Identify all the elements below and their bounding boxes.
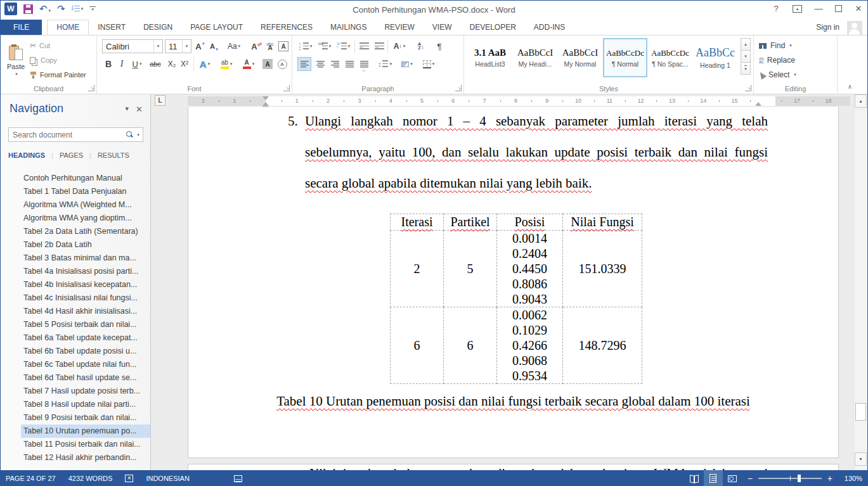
print-layout-button[interactable]	[704, 470, 723, 486]
bold-button[interactable]: B	[102, 57, 115, 71]
zoom-slider[interactable]	[758, 478, 822, 479]
align-right-button[interactable]	[328, 57, 342, 71]
select-button[interactable]: Select▾	[759, 68, 796, 81]
replace-button[interactable]: abacReplace	[759, 54, 795, 67]
align-center-button[interactable]	[313, 57, 327, 71]
nav-heading-item[interactable]: Tabel 8 Hasil update nilai parti...	[1, 398, 150, 411]
underline-button[interactable]: U▾	[129, 57, 145, 71]
line-spacing-button[interactable]: ↕▾	[375, 57, 395, 71]
decrease-indent-button[interactable]	[357, 39, 371, 53]
clear-formatting-button[interactable]: A	[247, 39, 262, 53]
highlight-color-button[interactable]: ab▾	[216, 57, 236, 71]
clipboard-dialog-launcher[interactable]: ↘	[88, 85, 94, 91]
undo-button[interactable]: ↶▾	[39, 3, 51, 15]
italic-button[interactable]: I	[116, 57, 127, 71]
scroll-up-button[interactable]: ▲	[855, 94, 867, 108]
multilevel-list-button[interactable]: ▾	[335, 39, 352, 53]
proofing-errors-icon[interactable]: ✕	[125, 475, 133, 482]
paste-button[interactable]: Paste ▾	[3, 38, 29, 84]
bullets-button[interactable]: ▾	[297, 39, 314, 53]
nav-heading-item[interactable]: Contoh Perhitungan Manual	[1, 172, 150, 185]
strikethrough-button[interactable]: abc	[146, 57, 164, 71]
save-icon[interactable]	[23, 4, 33, 14]
style-no-spacing[interactable]: AaBbCcDc¶ No Spac...	[648, 38, 692, 77]
tab-design[interactable]: DESIGN	[134, 20, 181, 35]
first-line-indent-marker[interactable]	[262, 96, 269, 100]
nav-heading-item[interactable]: Tabel 6b Tabel update posisi u...	[1, 345, 150, 358]
style-my-normal[interactable]: AaBbCcIMy Normal	[558, 38, 602, 77]
nav-heading-item[interactable]: Algoritma WMA yang dioptim...	[1, 212, 150, 225]
nav-heading-item[interactable]: Tabel 4a Inisialisasi posisi parti...	[1, 265, 150, 278]
font-size-combo[interactable]: 11▾	[165, 39, 191, 53]
find-button[interactable]: Find▾	[759, 39, 792, 52]
help-button[interactable]: ?	[770, 4, 782, 13]
page-indicator[interactable]: PAGE 24 OF 27	[6, 475, 56, 482]
borders-button[interactable]: ▾	[419, 57, 438, 71]
nav-heading-item[interactable]: Tabel 4d Hasil akhir inisialisasi...	[1, 305, 150, 318]
navigation-close-button[interactable]: ✕	[136, 105, 143, 114]
macro-record-icon[interactable]	[234, 475, 242, 482]
tab-references[interactable]: REFERENCES	[252, 20, 321, 35]
tab-file[interactable]: FILE	[1, 20, 42, 35]
font-name-combo[interactable]: Calibri▾	[102, 39, 163, 53]
tab-developer[interactable]: DEVELOPER	[460, 20, 524, 35]
nav-heading-item[interactable]: Tabel 12 Hasil akhir perbandin...	[1, 451, 150, 464]
style-headlist3[interactable]: 3.1 AaBHeadList3	[468, 38, 512, 77]
customize-qat-button[interactable]: ▾	[89, 6, 96, 12]
style-heading-1[interactable]: AaBbCcHeading 1	[693, 38, 737, 77]
subscript-button[interactable]: X₂	[165, 57, 178, 71]
distributed-button[interactable]: ↔	[357, 57, 371, 71]
nav-heading-item[interactable]: Tabel 3 Batas minimal dan ma...	[1, 252, 150, 265]
close-button[interactable]: ✕	[852, 4, 865, 13]
maximize-button[interactable]	[835, 5, 842, 12]
tab-review[interactable]: REVIEW	[375, 20, 423, 35]
tab-pages[interactable]: PAGES	[60, 151, 83, 159]
tab-results[interactable]: RESULTS	[98, 151, 129, 159]
numbering-button[interactable]: ▾	[316, 39, 333, 53]
tab-mailings[interactable]: MAILINGS	[321, 20, 375, 35]
enclose-characters-button[interactable]: A	[276, 57, 288, 71]
nav-heading-item[interactable]: Tabel 6a Tabel update kecepat...	[1, 331, 150, 345]
zoom-in-button[interactable]: +	[827, 473, 833, 483]
next-page[interactable]: Nilai jawaban bobot yang akan digunakan …	[188, 464, 839, 470]
nav-heading-item[interactable]: Tabel 11 Posisi terbaik dan nilai...	[1, 438, 150, 451]
styles-more-button[interactable]: ▾	[741, 62, 751, 75]
increase-indent-button[interactable]	[372, 39, 386, 53]
show-hide-pilcrow-button[interactable]: ¶	[433, 39, 446, 53]
nav-heading-item[interactable]: Tabel 9 Posisi terbaik dan nilai...	[1, 411, 150, 425]
tab-page-layout[interactable]: PAGE LAYOUT	[181, 20, 252, 35]
character-border-button[interactable]: A	[277, 39, 290, 53]
redo-button[interactable]: ↷	[57, 3, 65, 15]
copy-button[interactable]: Copy	[30, 54, 57, 67]
ruler-strip[interactable]: 211234567891011121314151718	[188, 96, 850, 106]
scrollbar-thumb[interactable]	[855, 403, 866, 421]
phonetic-guide-button[interactable]: abcA	[263, 39, 277, 53]
scroll-down-button[interactable]: ▼	[855, 452, 867, 466]
nav-heading-item[interactable]: Tabel 4c Inisialisasi nilai fungsi...	[1, 291, 150, 305]
text-effects-button[interactable]: A▾	[196, 57, 214, 71]
tab-view[interactable]: VIEW	[424, 20, 461, 35]
styles-scroll-up-button[interactable]: ▴	[741, 38, 751, 51]
collapse-ribbon-button[interactable]: ∧	[848, 83, 852, 90]
ribbon-display-options-button[interactable]: ▴	[793, 5, 802, 13]
zoom-out-button[interactable]: −	[747, 473, 753, 483]
tab-headings[interactable]: HEADINGS	[8, 151, 45, 159]
tab-add-ins[interactable]: ADD-INS	[525, 20, 574, 35]
tab-home[interactable]: HOME	[47, 20, 89, 35]
style-normal[interactable]: AaBbCcDc¶ Normal	[603, 38, 647, 77]
document-page[interactable]: 5. Ulangi langkah nomor 1 – 4 sebanyak p…	[188, 107, 839, 458]
nav-heading-item[interactable]: Tabel 5 Posisi terbaik dan nilai...	[1, 318, 150, 331]
nav-heading-item[interactable]: Tabel 2a Data Latih (Sementara)	[1, 225, 150, 238]
word-count[interactable]: 4232 WORDS	[68, 475, 113, 482]
style-my-heading[interactable]: AaBbCcIMy Headi...	[513, 38, 557, 77]
read-mode-button[interactable]	[685, 470, 704, 486]
nav-heading-item[interactable]: Tabel 1 Tabel Data Penjualan	[1, 185, 150, 198]
superscript-button[interactable]: X²	[178, 57, 191, 71]
sign-in-link[interactable]: Sign in	[816, 23, 839, 32]
nav-heading-item[interactable]: Algoritma WMA (Weighted M...	[1, 198, 150, 212]
nav-heading-item[interactable]: Tabel 4b Inisialisasi kecepatan...	[1, 278, 150, 291]
search-options-arrow-icon[interactable]: ▾	[137, 132, 139, 137]
format-painter-button[interactable]: Format Painter	[30, 68, 86, 81]
nav-heading-item[interactable]: Tabel 6c Tabel update nilai fun...	[1, 358, 150, 371]
change-case-button[interactable]: Aa▾	[224, 39, 243, 53]
